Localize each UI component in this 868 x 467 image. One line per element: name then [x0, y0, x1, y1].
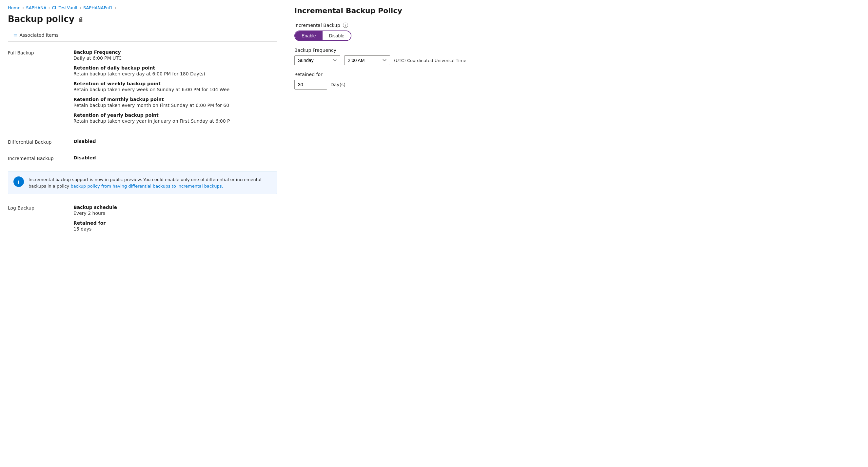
breadcrumb-sep-3: ›: [80, 6, 81, 10]
full-backup-daily-retention: Retention of daily backup point Retain b…: [73, 65, 277, 77]
breadcrumb-sep-4: ›: [115, 6, 116, 10]
incremental-backup-content: Disabled: [73, 155, 277, 161]
full-backup-yearly-title: Retention of yearly backup point: [73, 113, 277, 118]
page-title: Backup policy: [8, 14, 74, 24]
breadcrumb-saphana[interactable]: SAPHANA: [26, 5, 46, 10]
full-backup-frequency-value: Daily at 6:00 PM UTC: [73, 55, 277, 61]
full-backup-yearly-value: Retain backup taken every year in Januar…: [73, 118, 277, 124]
full-backup-content: Backup Frequency Daily at 6:00 PM UTC Re…: [73, 50, 277, 128]
retained-for-row: Day(s): [294, 80, 859, 90]
breadcrumb-vault[interactable]: CLITestVault: [52, 5, 78, 10]
full-backup-monthly-retention: Retention of monthly backup point Retain…: [73, 97, 277, 108]
log-backup-retained-value: 15 days: [73, 226, 277, 232]
differential-backup-label: Differential Backup: [8, 139, 73, 145]
full-backup-weekly-retention: Retention of weekly backup point Retain …: [73, 81, 277, 92]
log-backup-content: Backup schedule Every 2 hours Retained f…: [73, 205, 277, 236]
log-backup-schedule-value: Every 2 hours: [73, 210, 277, 216]
full-backup-frequency-title: Backup Frequency: [73, 50, 277, 55]
log-backup-label: Log Backup: [8, 205, 73, 236]
frequency-time-select[interactable]: 12:00 AM 1:00 AM 2:00 AM 3:00 AM 6:00 PM: [344, 55, 390, 65]
log-backup-retained: Retained for 15 days: [73, 221, 277, 232]
info-banner: i Incremental backup support is now in p…: [8, 172, 277, 194]
log-backup-retained-title: Retained for: [73, 221, 277, 226]
log-backup-section: Log Backup Backup schedule Every 2 hours…: [8, 205, 277, 236]
print-icon[interactable]: 🖨: [78, 16, 84, 23]
right-panel: Incremental Backup Policy Incremental Ba…: [285, 0, 868, 467]
full-backup-frequency: Backup Frequency Daily at 6:00 PM UTC: [73, 50, 277, 61]
incremental-backup-section: Incremental Backup Disabled: [8, 155, 277, 161]
enable-toggle-button[interactable]: Enable: [295, 31, 322, 40]
full-backup-yearly-retention: Retention of yearly backup point Retain …: [73, 113, 277, 124]
info-banner-link[interactable]: backup policy from having differential b…: [70, 184, 223, 188]
backup-frequency-row: Sunday Monday Tuesday Wednesday Thursday…: [294, 55, 859, 65]
right-panel-title: Incremental Backup Policy: [294, 6, 859, 15]
timezone-label: (UTC) Coordinated Universal Time: [394, 58, 466, 63]
full-backup-daily-value: Retain backup taken every day at 6:00 PM…: [73, 71, 277, 77]
list-icon: ≡: [13, 32, 18, 38]
full-backup-label: Full Backup: [8, 50, 73, 128]
left-panel: Home › SAPHANA › CLITestVault › SAPHANAP…: [0, 0, 285, 467]
differential-backup-section: Differential Backup Disabled: [8, 139, 277, 145]
retained-for-label: Retained for: [294, 72, 859, 77]
breadcrumb: Home › SAPHANA › CLITestVault › SAPHANAP…: [8, 5, 277, 10]
info-text: Incremental backup support is now in pub…: [29, 176, 271, 189]
backup-frequency-label: Backup Frequency: [294, 48, 859, 53]
full-backup-weekly-value: Retain backup taken every week on Sunday…: [73, 87, 277, 92]
breadcrumb-policy[interactable]: SAPHANAPol1: [83, 5, 113, 10]
incremental-backup-toggle-label: Incremental Backup: [294, 23, 340, 28]
frequency-day-select[interactable]: Sunday Monday Tuesday Wednesday Thursday…: [294, 55, 340, 65]
incremental-backup-status: Disabled: [73, 155, 277, 160]
page-title-row: Backup policy 🖨: [8, 14, 277, 24]
log-backup-schedule: Backup schedule Every 2 hours: [73, 205, 277, 216]
tabs: ≡ Associated items: [8, 29, 277, 42]
differential-backup-content: Disabled: [73, 139, 277, 145]
disable-toggle-button[interactable]: Disable: [322, 31, 351, 40]
incremental-backup-label: Incremental Backup: [8, 155, 73, 161]
incremental-backup-toggle-row: Incremental Backup i: [294, 23, 859, 28]
incremental-backup-info-icon[interactable]: i: [343, 23, 348, 28]
full-backup-daily-title: Retention of daily backup point: [73, 65, 277, 70]
full-backup-monthly-title: Retention of monthly backup point: [73, 97, 277, 102]
breadcrumb-home[interactable]: Home: [8, 5, 20, 10]
full-backup-monthly-value: Retain backup taken every month on First…: [73, 103, 277, 108]
breadcrumb-sep-2: ›: [49, 6, 50, 10]
breadcrumb-sep-1: ›: [22, 6, 24, 10]
full-backup-weekly-title: Retention of weekly backup point: [73, 81, 277, 86]
retained-for-unit: Day(s): [331, 82, 345, 87]
tab-label: Associated items: [19, 32, 58, 38]
tab-associated-items[interactable]: ≡ Associated items: [8, 29, 64, 41]
differential-backup-status: Disabled: [73, 139, 277, 144]
retained-for-input[interactable]: [294, 80, 327, 90]
info-icon: i: [13, 176, 24, 187]
incremental-backup-toggle-group: Enable Disable: [294, 30, 351, 41]
full-backup-section: Full Backup Backup Frequency Daily at 6:…: [8, 50, 277, 128]
log-backup-schedule-title: Backup schedule: [73, 205, 277, 210]
